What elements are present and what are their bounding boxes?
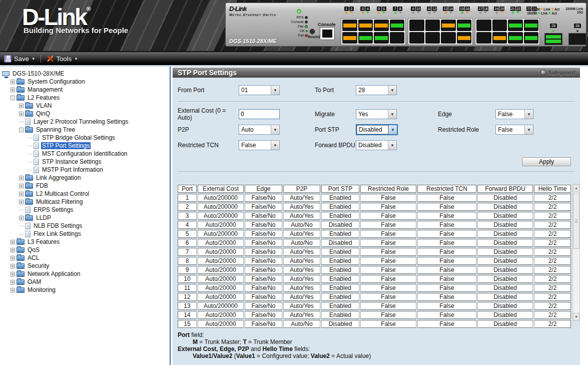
chevron-down-icon[interactable]: ▼	[524, 110, 533, 119]
chevron-down-icon[interactable]: ▼	[271, 86, 279, 95]
expand-box-icon[interactable]: +	[11, 264, 15, 268]
forward-bpdu-select[interactable]: Disabled ▼	[356, 140, 397, 150]
column-header-port: Port	[178, 185, 197, 193]
edge-label: Edge	[438, 111, 495, 118]
chevron-down-icon[interactable]: ▼	[271, 125, 279, 134]
sfp-led-icon	[552, 30, 554, 32]
tree-item-multicast-filtering[interactable]: +Multicast Filtering	[0, 198, 170, 206]
chevron-down-icon[interactable]: ▼	[388, 110, 396, 119]
expand-box-icon[interactable]: +	[11, 280, 15, 284]
tree-item-label: Spanning Tree	[35, 126, 76, 133]
migrate-select[interactable]: Yes ▼	[356, 109, 397, 119]
scrollbar-track[interactable]	[573, 192, 579, 313]
table-cell: 2/2	[534, 311, 571, 319]
expand-box-icon[interactable]: +	[11, 80, 15, 84]
expand-box-icon[interactable]: +	[11, 272, 15, 276]
from-port-select[interactable]: 01 ▼	[239, 85, 280, 95]
tree-connector	[28, 170, 32, 170]
table-cell: Auto/Yes	[283, 266, 320, 274]
tree-item-monitoring[interactable]: +Monitoring	[0, 286, 170, 294]
tree-item-spanning-tree[interactable]: -Spanning Tree	[0, 126, 170, 134]
tree-item-mst-configuration-identification[interactable]: MST Configuration Identification	[0, 150, 170, 158]
expand-box-icon[interactable]: +	[19, 176, 24, 180]
scrollbar-thumb[interactable]	[573, 193, 579, 249]
scrollbar-down-arrow-icon[interactable]: ▼	[573, 313, 579, 320]
tree-item-label: Flex Link Settings	[33, 230, 82, 237]
tree-item-qos[interactable]: +QoS	[0, 246, 170, 254]
table-cell: 11	[178, 284, 197, 292]
expand-box-icon[interactable]: +	[19, 184, 24, 188]
tree-item-qinq[interactable]: +QinQ	[0, 110, 170, 118]
collapse-box-icon[interactable]: -	[11, 96, 15, 100]
tree-item-management[interactable]: +Management	[0, 86, 170, 94]
table-cell: Enabled	[321, 248, 359, 256]
chevron-down-icon[interactable]: ▼	[388, 125, 397, 134]
tools-dropdown-caret-icon[interactable]: ▼	[74, 57, 78, 61]
expand-box-icon[interactable]: +	[11, 240, 15, 244]
rj45-port-icon	[457, 20, 472, 31]
expand-box-icon[interactable]: +	[19, 112, 24, 116]
expand-box-icon[interactable]: +	[11, 256, 15, 260]
tree-item-security[interactable]: +Security	[0, 262, 170, 270]
tree-item-stp-port-settings[interactable]: STP Port Settings	[0, 142, 170, 150]
tree-item-mstp-port-information[interactable]: MSTP Port Information	[0, 166, 170, 174]
p2p-select[interactable]: Auto ▼	[239, 125, 280, 135]
tree-item-network-application[interactable]: +Network Application	[0, 270, 170, 278]
tree-item-lldp[interactable]: +LLDP	[0, 214, 170, 222]
tree-connector	[28, 138, 32, 138]
chevron-down-icon[interactable]: ▼	[388, 141, 396, 150]
chevron-down-icon[interactable]: ▼	[524, 125, 533, 134]
apply-button[interactable]: Apply	[522, 157, 571, 166]
expand-box-icon[interactable]: +	[11, 248, 15, 252]
tree-item-layer-2-protocol-tunneling-settings[interactable]: Layer 2 Protocol Tunneling Settings	[0, 118, 170, 126]
port-pair-label: 2122	[510, 7, 521, 14]
port-number: 20	[499, 7, 504, 11]
tree-item-dgs-1510-28x-me[interactable]: DGS-1510-28X/ME	[0, 70, 170, 78]
table-scrollbar[interactable]: ▲ ▼	[572, 184, 580, 321]
tree-item-l2-multicast-control[interactable]: +L2 Multicast Control	[0, 190, 170, 198]
tree-item-oam[interactable]: +OAM	[0, 278, 170, 286]
page-icon	[25, 119, 31, 125]
expand-box-icon[interactable]: +	[19, 216, 24, 220]
edge-select[interactable]: False ▼	[495, 109, 533, 119]
table-cell: False	[360, 194, 416, 202]
page-icon	[25, 223, 31, 229]
tree-item-nlb-fdb-settings[interactable]: NLB FDB Settings	[0, 222, 170, 230]
port-number: 12	[432, 7, 437, 11]
to-port-select[interactable]: 28 ▼	[356, 85, 397, 95]
tree-item-l3-features[interactable]: +L3 Features	[0, 238, 170, 246]
save-dropdown-caret-icon[interactable]: ▼	[32, 57, 36, 61]
save-button[interactable]: Save ▼	[4, 55, 36, 63]
tree-item-system-configuration[interactable]: +System Configuration	[0, 78, 170, 86]
tree-item-label: QinQ	[35, 110, 51, 117]
tree-item-erps-settings[interactable]: ERPS Settings	[0, 206, 170, 214]
tree-item-l2-features[interactable]: -L2 Features	[0, 94, 170, 102]
scrollbar-up-arrow-icon[interactable]: ▲	[573, 184, 579, 192]
expand-box-icon[interactable]: +	[19, 200, 24, 204]
tree-item-vlan[interactable]: +VLAN	[0, 102, 170, 110]
table-cell: False/No	[245, 221, 282, 229]
expand-box-icon[interactable]: +	[11, 88, 15, 92]
port-stp-select[interactable]: Disabled ▼	[356, 124, 398, 135]
tree-item-acl[interactable]: +ACL	[0, 254, 170, 262]
tree-item-stp-instance-settings[interactable]: STP Instance Settings	[0, 158, 170, 166]
expand-box-icon[interactable]: +	[19, 192, 24, 196]
rj45-port-icon	[492, 20, 507, 31]
chevron-down-icon[interactable]: ▼	[271, 141, 279, 150]
tree-item-flex-link-settings[interactable]: Flex Link Settings	[0, 230, 170, 238]
restricted-role-select[interactable]: False ▼	[495, 125, 533, 135]
restricted-tcn-select[interactable]: False ▼	[239, 140, 280, 150]
expand-box-icon[interactable]: +	[19, 104, 24, 108]
chevron-down-icon[interactable]: ▼	[388, 86, 396, 95]
dlink-tagline: Building Networks for People	[24, 26, 128, 35]
external-cost-input[interactable]	[239, 109, 280, 119]
tree-item-stp-bridge-global-settings[interactable]: STP Bridge Global Settings	[0, 134, 170, 142]
collapse-box-icon[interactable]: -	[19, 128, 24, 132]
power-led-icon	[297, 9, 301, 14]
table-cell: Enabled	[321, 230, 359, 238]
table-cell: Auto/20000	[198, 221, 244, 229]
tree-item-link-aggregation[interactable]: +Link Aggregation	[0, 174, 170, 182]
expand-box-icon[interactable]: +	[11, 288, 15, 292]
tree-item-fdb[interactable]: +FDB	[0, 182, 170, 190]
tools-button[interactable]: Tools ▼	[46, 55, 78, 63]
